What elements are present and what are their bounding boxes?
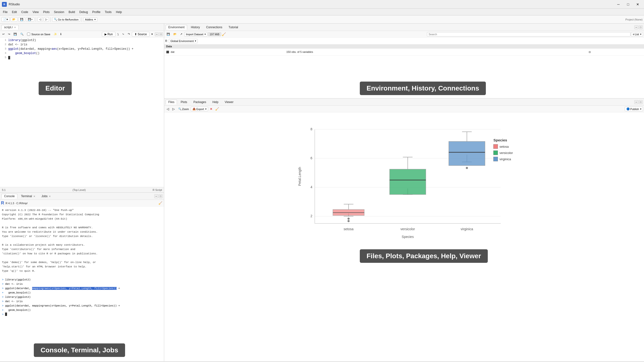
global-env-dropdown[interactable]: Global Environment [169, 39, 198, 43]
terminal-tab-close[interactable]: ✕ [33, 195, 35, 198]
console-tab[interactable]: Console [2, 194, 18, 199]
editor-maximize-button[interactable]: □ [159, 32, 163, 36]
console-line: Type 'demo()' for some demos, 'help()' f… [2, 260, 162, 265]
menu-view[interactable]: View [31, 10, 41, 14]
editor-tab-close[interactable]: ✕ [14, 26, 16, 29]
env-var-value: 150 obs. of 5 variables [284, 48, 587, 55]
menu-file[interactable]: File [1, 10, 10, 14]
source-on-save-checkbox[interactable] [27, 32, 30, 36]
import-dataset-dropdown[interactable]: Import Dataset [184, 32, 208, 36]
plot-back-button[interactable]: ◁ [165, 106, 170, 112]
env-row-dat[interactable]: ⬛ dat 150 obs. of 5 variables ⊡ [164, 48, 644, 55]
maximize-button[interactable]: □ [624, 1, 632, 8]
save-button[interactable]: 💾 [18, 17, 25, 22]
save-all-button[interactable]: 💾+ [26, 17, 34, 22]
zoom-button[interactable]: 🔍 Zoom [177, 107, 190, 111]
svg-rect-25 [390, 169, 426, 195]
go-to-file-button[interactable]: 🔍 Go to file/function [52, 17, 80, 22]
plot-tab-plots[interactable]: Plots [178, 100, 190, 104]
save-editor-button[interactable]: 💾 [12, 32, 18, 36]
new-file-button[interactable]: 📄▾ [2, 17, 10, 22]
editor-minimize-button[interactable]: ─ [155, 32, 159, 36]
env-tab-connections[interactable]: Connections [204, 25, 225, 30]
menu-profile[interactable]: Profile [90, 10, 102, 14]
wand-button[interactable]: ✨ [52, 32, 58, 36]
jobs-tab[interactable]: Jobs ✕ [39, 194, 54, 199]
plot-tab-help[interactable]: Help [210, 100, 221, 104]
code-level: (Top Level) [72, 188, 86, 191]
editor-panel: script.r ✕ ↩ ↪ 💾 🔍 Source on Save ✨ ℹ [0, 24, 164, 193]
env-search-input[interactable] [427, 32, 630, 36]
undo-button[interactable]: ↩ [1, 32, 6, 36]
code-line-1: 1 library(ggplot2) [1, 39, 163, 43]
editor-tab-script[interactable]: script.r ✕ [2, 25, 18, 30]
plot-tab-viewer[interactable]: Viewer [222, 100, 236, 104]
forward-button[interactable]: ▷ [44, 17, 49, 22]
menu-tools[interactable]: Tools [103, 10, 114, 14]
env-section-data: Data [164, 44, 644, 48]
console-line: + geom_boxplot() [2, 308, 162, 312]
source-on-save-button[interactable]: Source on Save [26, 32, 52, 36]
menu-edit[interactable]: Edit [10, 10, 19, 14]
export-dropdown[interactable]: 📤 Export [191, 107, 208, 111]
step-into-button[interactable]: ⤷ [121, 32, 126, 36]
minimize-button[interactable]: ─ [614, 1, 623, 8]
addins-dropdown[interactable]: Addins [83, 17, 97, 22]
menu-build[interactable]: Build [67, 10, 77, 14]
plot-minimize-button[interactable]: ─ [634, 100, 638, 104]
memory-badge[interactable]: 197 MiB [208, 32, 221, 36]
console-content[interactable]: R version 4.1.3 (2022-03-10) -- "One Pus… [0, 207, 164, 361]
run-button[interactable]: ▶ Run [102, 32, 116, 37]
open-file-button[interactable]: 📂 [10, 17, 18, 22]
clear-console-button[interactable]: 🧹 [158, 201, 163, 206]
delete-plot-button[interactable]: ✕ [209, 106, 214, 112]
r-version: R 4.1.3 · C:/R/tmp/ [6, 202, 28, 205]
menu-debug[interactable]: Debug [78, 10, 90, 14]
list-view-dropdown[interactable]: ≡ List [631, 32, 643, 36]
console-line: 'citation()' on how to cite R or R packa… [2, 252, 162, 256]
clear-plots-button[interactable]: 🧹 [214, 106, 220, 112]
plot-forward-button[interactable]: ▷ [171, 106, 176, 112]
menu-session[interactable]: Session [52, 10, 66, 14]
console-line: Type 'license()' or 'licence()' for dist… [2, 234, 162, 238]
source-dropdown-button[interactable]: ▾ [150, 32, 154, 36]
plot-tab-files[interactable]: Files [166, 100, 177, 104]
env-open-button[interactable]: 📂 [172, 32, 178, 36]
env-tab-history[interactable]: History [188, 25, 202, 30]
svg-point-35 [466, 167, 468, 169]
console-minimize-button[interactable]: ─ [154, 194, 158, 198]
env-tab-environment[interactable]: Environment [166, 25, 187, 30]
back-button[interactable]: ◁ [38, 17, 43, 22]
publish-dropdown[interactable]: 🔵 Publish [625, 107, 643, 111]
editor-content[interactable]: 1 library(ggplot2) 2 dat <- iris 3 ggplo… [0, 38, 164, 187]
redo-button[interactable]: ↪ [6, 32, 12, 36]
menu-help[interactable]: Help [114, 10, 124, 14]
menu-code[interactable]: Code [19, 10, 30, 14]
env-maximize-button[interactable]: □ [639, 25, 642, 29]
zoom-icon: 🔍 [178, 107, 182, 110]
editor-status-bar: 5:1 (Top Level) R Script [0, 187, 164, 192]
console-line: 'help.start()' for an HTML browser inter… [2, 265, 162, 269]
step-button[interactable]: ⤵ [116, 32, 120, 36]
console-maximize-button[interactable]: □ [159, 194, 162, 198]
env-save-button[interactable]: 💾 [165, 32, 172, 36]
view-dataset-button[interactable]: ⊡ [589, 49, 591, 54]
svg-text:versicolor: versicolor [500, 151, 513, 155]
menu-plots[interactable]: Plots [41, 10, 52, 14]
console-line: Type 'contributors()' for more informati… [2, 247, 162, 252]
info-button[interactable]: ℹ [59, 32, 63, 36]
source-button[interactable]: ⬆ Source [132, 32, 150, 37]
rstudio-icon: R [2, 2, 7, 7]
terminal-tab[interactable]: Terminal ✕ [18, 194, 38, 199]
search-editor-button[interactable]: 🔍 [19, 32, 25, 36]
step-over-button[interactable]: ↷ [126, 32, 131, 36]
env-tab-tutorial[interactable]: Tutorial [226, 25, 241, 30]
plot-maximize-button[interactable]: □ [639, 100, 642, 104]
jobs-tab-close[interactable]: ✕ [49, 195, 51, 198]
console-line: > ggplot(data=dat, mapping=aes(x=Species… [2, 286, 162, 291]
close-button[interactable]: ✕ [634, 1, 642, 8]
file-type: R Script [152, 188, 162, 191]
plot-tab-packages[interactable]: Packages [191, 100, 209, 104]
env-import-button[interactable]: ↗ [179, 32, 184, 36]
env-minimize-button[interactable]: ─ [634, 25, 638, 29]
